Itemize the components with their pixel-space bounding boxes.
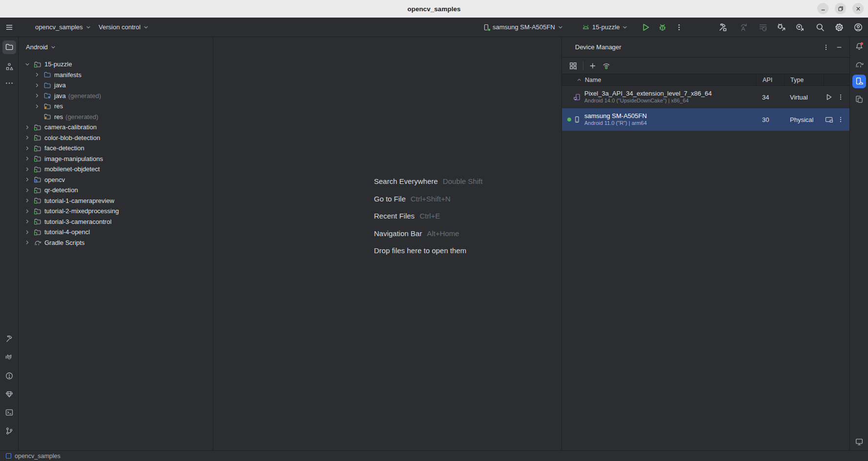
device-status-dot bbox=[567, 95, 571, 99]
tree-item-gradle-scripts[interactable]: Gradle Scripts bbox=[19, 238, 213, 248]
start-device-icon[interactable] bbox=[825, 93, 833, 101]
gradle-tool-button[interactable] bbox=[854, 60, 864, 70]
chevron-right-icon[interactable] bbox=[24, 124, 31, 130]
tree-item-qr-detection[interactable]: qr-detection bbox=[19, 185, 213, 196]
chevron-right-icon[interactable] bbox=[24, 208, 31, 214]
account-button[interactable] bbox=[853, 18, 863, 37]
tree-item-tutorial-2-mixedprocessing[interactable]: tutorial-2-mixedprocessing bbox=[19, 206, 213, 217]
search-everywhere-button[interactable] bbox=[815, 18, 825, 37]
terminal-tool-button[interactable] bbox=[5, 408, 14, 419]
notifications-button[interactable] bbox=[854, 42, 864, 53]
chevron-right-icon[interactable] bbox=[24, 177, 31, 182]
module-folder-icon bbox=[34, 218, 41, 225]
device-selector-button[interactable]: samsung SM-A505FN bbox=[482, 18, 563, 37]
chevron-down-icon[interactable] bbox=[24, 61, 31, 67]
column-header-api[interactable]: API bbox=[756, 74, 784, 85]
bottom-right-tool-button[interactable] bbox=[855, 438, 864, 448]
kebab-menu-icon[interactable] bbox=[837, 116, 844, 123]
settings-button[interactable] bbox=[834, 18, 844, 37]
chevron-right-icon[interactable] bbox=[24, 229, 31, 235]
tree-item-color-blob-detection[interactable]: color-blob-detection bbox=[19, 133, 213, 143]
structure-tool-button[interactable] bbox=[5, 62, 14, 73]
mirror-device-icon[interactable] bbox=[825, 115, 833, 124]
app-quality-insights-tool-button[interactable] bbox=[5, 390, 14, 400]
tree-item-manifests[interactable]: manifests bbox=[19, 70, 213, 80]
run-config-button[interactable]: 15-puzzle bbox=[582, 18, 628, 37]
chevron-right-icon[interactable] bbox=[24, 240, 31, 245]
column-label: Type bbox=[790, 77, 804, 83]
more-actions-button[interactable] bbox=[675, 18, 683, 37]
project-tool-button[interactable] bbox=[2, 40, 16, 54]
build-tool-button[interactable] bbox=[5, 335, 14, 345]
chevron-right-icon[interactable] bbox=[34, 93, 41, 99]
column-header-type[interactable]: Type bbox=[784, 74, 824, 85]
main-menu-button[interactable] bbox=[5, 18, 14, 37]
running-devices-tool-button[interactable] bbox=[855, 95, 864, 105]
minimize-button[interactable] bbox=[817, 3, 828, 14]
chevron-down-icon bbox=[143, 24, 149, 30]
tree-item-camera-calibration[interactable]: camera-calibration bbox=[19, 122, 213, 133]
kebab-menu-icon[interactable] bbox=[823, 44, 829, 51]
tree-item-mobilenet-objdetect[interactable]: mobilenet-objdetect bbox=[19, 164, 213, 175]
chevron-right-icon[interactable] bbox=[24, 156, 31, 161]
device-manager-tool-button[interactable] bbox=[852, 75, 866, 88]
tree-item-java-generated[interactable]: java (generated) bbox=[19, 91, 213, 101]
tree-item-image-manipulations[interactable]: image-manipulations bbox=[19, 154, 213, 164]
chevron-right-icon[interactable] bbox=[24, 219, 31, 224]
logcat-tool-button[interactable] bbox=[5, 353, 14, 363]
tree-item-java[interactable]: java bbox=[19, 80, 213, 91]
tree-item-tutorial-4-opencl[interactable]: tutorial-4-opencl bbox=[19, 227, 213, 238]
tree-item-15-puzzle[interactable]: 15-puzzle bbox=[19, 59, 213, 70]
device-row-virtual[interactable]: Pixel_3a_API_34_extension_level_7_x86_64… bbox=[562, 86, 849, 108]
apply-code-changes-button[interactable] bbox=[758, 18, 768, 37]
column-header-name[interactable]: Name bbox=[562, 74, 756, 85]
status-project-name[interactable]: opencv_samples bbox=[15, 453, 61, 460]
chevron-right-icon[interactable] bbox=[34, 82, 41, 88]
project-widget-button[interactable]: opencv_samples bbox=[35, 18, 91, 37]
kebab-menu-icon[interactable] bbox=[837, 94, 844, 100]
project-view-label: Android bbox=[26, 43, 48, 51]
close-icon[interactable] bbox=[852, 3, 864, 14]
version-control-tool-button[interactable] bbox=[5, 427, 14, 437]
chevron-right-icon[interactable] bbox=[34, 72, 41, 78]
module-folder-icon bbox=[34, 134, 41, 141]
more-tool-windows-button[interactable] bbox=[5, 79, 14, 89]
tree-item-face-detection[interactable]: face-detection bbox=[19, 143, 213, 154]
tree-item-label: color-blob-detection bbox=[44, 134, 100, 141]
tree-item-tutorial-3-cameracontrol[interactable]: tutorial-3-cameracontrol bbox=[19, 217, 213, 227]
run-button[interactable] bbox=[641, 18, 651, 37]
tree-item-label: Gradle Scripts bbox=[44, 239, 84, 246]
tree-item-res[interactable]: res bbox=[19, 101, 213, 112]
chevron-right-icon[interactable] bbox=[24, 135, 31, 140]
chevron-right-icon[interactable] bbox=[34, 103, 41, 109]
column-label: Name bbox=[585, 77, 601, 83]
profiler-button[interactable] bbox=[795, 18, 805, 37]
chevron-right-icon[interactable] bbox=[24, 166, 31, 172]
apply-changes-button[interactable] bbox=[739, 18, 748, 37]
tree-item-opencv[interactable]: opencv bbox=[19, 175, 213, 185]
add-device-grid-icon[interactable] bbox=[569, 61, 578, 70]
shortcut-search-everywhere: Search EverywhereDouble Shift bbox=[374, 177, 483, 186]
chevron-right-icon[interactable] bbox=[24, 187, 31, 193]
add-device-plus-icon[interactable] bbox=[589, 62, 597, 70]
chevron-right-icon[interactable] bbox=[24, 198, 31, 203]
project-view-selector[interactable]: Android bbox=[26, 43, 56, 51]
editor-shortcut-hints: Search EverywhereDouble Shift Go to File… bbox=[374, 177, 483, 256]
version-control-button[interactable]: Version control bbox=[99, 18, 149, 37]
problems-tool-button[interactable] bbox=[5, 372, 14, 382]
build-button[interactable] bbox=[718, 18, 727, 37]
device-type: Virtual bbox=[784, 94, 824, 101]
attach-debugger-button[interactable] bbox=[776, 18, 786, 37]
chevron-right-icon[interactable] bbox=[24, 145, 31, 151]
tree-item-label: 15-puzzle bbox=[44, 60, 72, 68]
device-row-physical-selected[interactable]: samsung SM-A505FN Android 11.0 ("R") | a… bbox=[562, 108, 849, 131]
tree-item-res-generated[interactable]: res (generated) bbox=[19, 112, 213, 122]
pair-wifi-icon[interactable] bbox=[602, 61, 611, 70]
structure-icon bbox=[5, 62, 14, 73]
debug-button[interactable] bbox=[658, 18, 667, 37]
hide-panel-icon[interactable] bbox=[836, 44, 843, 51]
shortcut-recent-files: Recent FilesCtrl+E bbox=[374, 211, 483, 221]
toolbar-divider bbox=[583, 61, 583, 70]
tree-item-tutorial-1-camerapreview[interactable]: tutorial-1-camerapreview bbox=[19, 196, 213, 206]
restore-button[interactable] bbox=[835, 3, 846, 14]
